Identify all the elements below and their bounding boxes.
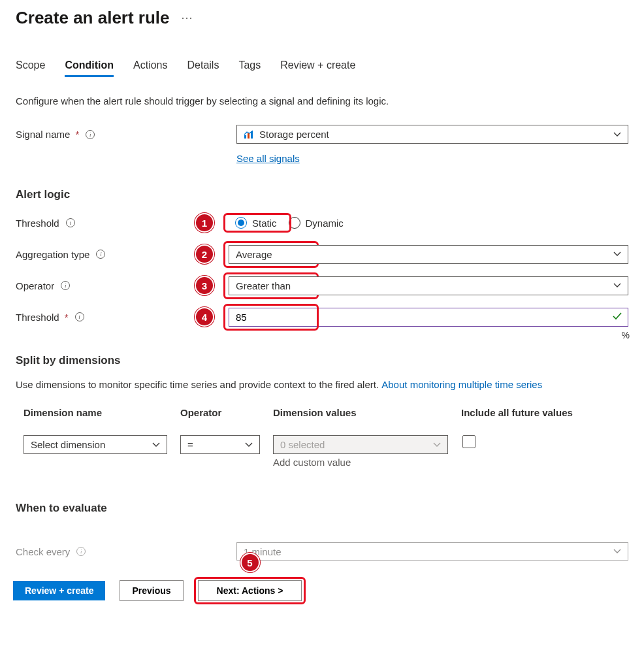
info-icon[interactable]: i xyxy=(66,218,75,227)
radio-checked-icon xyxy=(235,217,247,229)
chevron-down-icon xyxy=(245,442,253,448)
split-heading: Split by dimensions xyxy=(16,354,628,367)
aggregation-type-select[interactable]: Average xyxy=(229,245,628,264)
next-actions-button[interactable]: Next: Actions > xyxy=(198,580,302,601)
col-dimension-name: Dimension name xyxy=(24,407,167,418)
tab-actions[interactable]: Actions xyxy=(133,56,167,76)
col-operator: Operator xyxy=(180,407,260,418)
threshold-dynamic-radio[interactable]: Dynamic xyxy=(289,217,344,229)
dimensions-table-header: Dimension name Operator Dimension values… xyxy=(16,402,628,423)
previous-button[interactable]: Previous xyxy=(120,580,183,601)
required-asterisk: * xyxy=(65,312,69,323)
add-custom-value-link[interactable]: Add custom value xyxy=(273,457,448,468)
info-icon[interactable]: i xyxy=(61,281,70,290)
callout-badge-2: 2 xyxy=(195,244,214,264)
tab-details[interactable]: Details xyxy=(187,56,219,76)
review-create-button[interactable]: Review + create xyxy=(13,581,105,600)
dimension-values-value: 0 selected xyxy=(280,439,325,450)
dimension-name-select[interactable]: Select dimension xyxy=(24,435,167,454)
include-future-checkbox[interactable] xyxy=(462,435,475,448)
info-icon[interactable]: i xyxy=(75,312,84,321)
split-desc-text: Use dimensions to monitor specific time … xyxy=(16,379,381,390)
signal-name-label: Signal name xyxy=(16,129,70,140)
threshold-dynamic-label: Dynamic xyxy=(306,218,344,229)
threshold-value-input[interactable] xyxy=(229,308,628,327)
col-include-future: Include all future values xyxy=(461,407,620,418)
chevron-down-icon xyxy=(613,283,621,288)
info-icon[interactable]: i xyxy=(86,130,95,139)
see-all-signals-link[interactable]: See all signals xyxy=(236,153,300,164)
page-title: Create an alert rule xyxy=(16,8,170,28)
check-every-label: Check every xyxy=(16,546,70,557)
threshold-value-label: Threshold xyxy=(16,312,59,323)
svg-rect-1 xyxy=(248,133,250,139)
required-asterisk: * xyxy=(75,129,79,140)
callout-badge-1: 1 xyxy=(195,213,214,233)
metric-icon xyxy=(244,130,254,139)
chevron-down-icon xyxy=(433,442,441,448)
about-monitoring-link[interactable]: About monitoring multiple time series xyxy=(381,379,542,390)
col-dimension-values: Dimension values xyxy=(273,407,448,418)
signal-name-select[interactable]: Storage percent xyxy=(236,125,628,144)
evaluate-heading: When to evaluate xyxy=(16,502,628,515)
chevron-down-icon xyxy=(613,549,621,554)
operator-label: Operator xyxy=(16,280,54,291)
dimension-row: Select dimension = 0 selected Add custom… xyxy=(16,435,628,468)
dimension-operator-select[interactable]: = xyxy=(180,435,260,454)
threshold-unit: % xyxy=(622,330,630,340)
tab-review[interactable]: Review + create xyxy=(280,56,355,76)
aggregation-label: Aggregation type xyxy=(16,249,89,260)
dimension-name-value: Select dimension xyxy=(31,439,105,450)
tab-condition[interactable]: Condition xyxy=(65,56,114,76)
tab-tags[interactable]: Tags xyxy=(238,56,261,76)
radio-unchecked-icon xyxy=(289,217,300,229)
callout-badge-5: 5 xyxy=(240,553,260,572)
footer-buttons: Review + create Previous 5 Next: Actions… xyxy=(13,575,631,601)
signal-name-value: Storage percent xyxy=(259,129,329,140)
more-menu-icon[interactable]: ··· xyxy=(182,11,193,25)
chevron-down-icon xyxy=(613,132,621,137)
tab-bar: Scope Condition Actions Details Tags Rev… xyxy=(16,56,628,77)
alert-logic-heading: Alert logic xyxy=(16,188,628,201)
dimension-operator-value: = xyxy=(187,439,193,450)
tab-description: Configure when the alert rule should tri… xyxy=(16,95,628,106)
info-icon[interactable]: i xyxy=(76,547,86,556)
svg-rect-0 xyxy=(244,135,246,139)
callout-badge-3: 3 xyxy=(195,276,214,295)
callout-badge-4: 4 xyxy=(195,307,214,327)
dimension-values-select[interactable]: 0 selected xyxy=(273,435,448,454)
operator-select[interactable]: Greater than xyxy=(229,276,628,295)
chevron-down-icon xyxy=(152,442,160,448)
threshold-static-radio[interactable]: Static xyxy=(235,217,277,229)
aggregation-type-value: Average xyxy=(236,249,272,260)
threshold-type-label: Threshold xyxy=(16,218,59,229)
operator-value: Greater than xyxy=(236,280,291,291)
info-icon[interactable]: i xyxy=(96,250,105,259)
tab-scope[interactable]: Scope xyxy=(16,56,45,76)
check-icon xyxy=(613,311,622,323)
chevron-down-icon xyxy=(613,252,621,257)
split-description: Use dimensions to monitor specific time … xyxy=(16,379,628,390)
threshold-static-label: Static xyxy=(252,218,277,229)
